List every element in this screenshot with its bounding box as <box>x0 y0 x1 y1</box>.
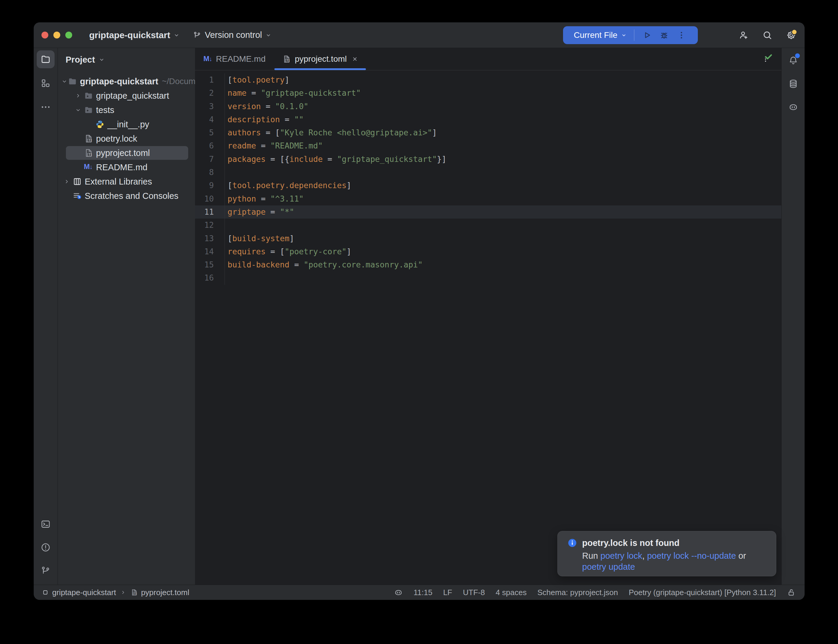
code-line-11: 11griptape = "*" <box>195 205 781 219</box>
info-icon <box>567 538 577 548</box>
copilot-status-icon[interactable] <box>394 588 403 597</box>
vcs-chevron-down-icon <box>265 32 272 38</box>
status-item-lf[interactable]: LF <box>443 588 452 597</box>
chevron-right-icon[interactable] <box>61 178 72 185</box>
run-config-chevron-down-icon[interactable] <box>621 32 627 38</box>
code-with-me-add-user-icon[interactable] <box>738 30 749 40</box>
line-number: 9 <box>195 179 225 192</box>
more-run-options-kebab-icon[interactable] <box>677 30 686 40</box>
code-line-6: 6readme = "README.md" <box>195 139 781 152</box>
tab-pyproject[interactable]: [T] pyproject.toml <box>274 48 366 70</box>
notification-title: poetry.lock is not found <box>582 538 680 548</box>
search-everywhere-icon[interactable] <box>762 30 772 40</box>
status-item-poetry-griptape-quickstart-python-3-11-2[interactable]: Poetry (griptape-quickstart) [Python 3.1… <box>629 588 776 597</box>
line-number: 4 <box>195 113 225 126</box>
tree-item-poetry-lock[interactable]: [T]poetry.lock <box>58 131 195 146</box>
tree-item-pyproject-toml[interactable]: [T]pyproject.toml <box>58 146 195 160</box>
unlocked-padlock-icon[interactable] <box>787 588 796 597</box>
folder-icon <box>68 77 77 86</box>
tree-item-tests[interactable]: tests <box>58 103 195 117</box>
toml-file-icon: [T] <box>282 54 291 64</box>
tree-item-init-py[interactable]: __init__.py <box>58 117 195 131</box>
bell-toolwindow-button[interactable] <box>784 52 802 69</box>
code-line-15: 15build-backend = "poetry.core.masonry.a… <box>195 258 781 271</box>
notification-body: Run poetry lock, poetry lock --no-update… <box>582 550 767 572</box>
breadcrumb-item-griptape-quickstart[interactable]: griptape-quickstart <box>52 588 116 597</box>
code-line-3: 3version = "0.1.0" <box>195 100 781 113</box>
settings-notification-badge <box>791 29 797 35</box>
project-panel-chevron-down-icon[interactable] <box>99 56 105 63</box>
run-configuration-button[interactable]: Current File <box>563 26 698 44</box>
copilot-toolwindow-button[interactable] <box>784 98 802 116</box>
code-line-1: 1[tool.poetry] <box>195 73 781 87</box>
project-path: ~/Docume <box>162 77 195 86</box>
zoom-window-button[interactable] <box>65 31 72 38</box>
breadcrumb: griptape-quickstart[T]pyproject.toml <box>34 588 189 597</box>
git-toolwindow-button[interactable] <box>37 562 54 580</box>
code-area[interactable]: 1[tool.poetry]2name = "griptape-quicksta… <box>195 71 781 585</box>
svg-text:[T]: [T] <box>87 153 92 156</box>
minimize-window-button[interactable] <box>53 31 60 38</box>
inspections-passed-check-icon[interactable] <box>764 52 773 61</box>
terminal-toolwindow-button[interactable] <box>37 515 54 533</box>
tree-item-readme-md[interactable]: M↓README.md <box>58 160 195 174</box>
vcs-widget[interactable]: Version control <box>193 30 272 40</box>
tree-item-label: poetry.lock <box>96 134 137 144</box>
python-icon <box>95 120 105 129</box>
settings-gear-icon[interactable] <box>786 30 796 40</box>
structure-toolwindow-button[interactable] <box>37 74 54 92</box>
line-number: 15 <box>195 258 225 271</box>
status-item-utf-8[interactable]: UTF-8 <box>463 588 485 597</box>
project-panel: Project griptape-quickstart~/Documegript… <box>58 48 195 585</box>
chevron-right-icon[interactable] <box>72 92 84 99</box>
project-panel-header[interactable]: Project <box>58 52 195 67</box>
run-play-icon[interactable] <box>642 30 652 40</box>
project-chevron-down-icon[interactable] <box>173 32 180 38</box>
db-toolwindow-button[interactable] <box>784 75 802 93</box>
run-config-label: Current File <box>574 30 617 40</box>
project-name[interactable]: griptape-quickstart <box>89 30 170 40</box>
tab-pyproject-label: pyproject.toml <box>295 54 347 64</box>
line-number: 14 <box>195 245 225 258</box>
editor-tabbar: M↓ README.md [T] pyproject.toml <box>195 48 781 71</box>
folder-tool-toolwindow-button[interactable] <box>37 50 54 68</box>
chevron-down-icon[interactable] <box>72 107 84 113</box>
tree-item-external-libraries[interactable]: External Libraries <box>58 174 195 189</box>
tree-item-label: __init__.py <box>107 120 149 130</box>
notification-link[interactable]: poetry lock --no-update <box>647 551 736 560</box>
close-tab-icon[interactable] <box>352 56 358 62</box>
notification-popup[interactable]: poetry.lock is not found Run poetry lock… <box>557 531 776 576</box>
tree-item-scratches-and-consoles[interactable]: Scratches and Consoles <box>58 189 195 203</box>
tree-item-label: griptape_quickstart <box>96 91 169 101</box>
status-item-11[interactable]: 11:15 <box>414 588 432 597</box>
toml-icon: [T] <box>84 148 93 158</box>
status-item-4-spaces[interactable]: 4 spaces <box>496 588 527 597</box>
more-toolwindow-button[interactable] <box>37 98 54 116</box>
tree-item-label: griptape-quickstart <box>80 77 158 87</box>
line-number: 16 <box>195 271 225 284</box>
debug-bug-icon[interactable] <box>659 30 669 40</box>
tree-item-griptape-quickstart[interactable]: griptape-quickstart~/Docume <box>58 74 195 89</box>
pkg-icon <box>84 105 93 115</box>
pkg-icon <box>84 91 93 100</box>
code-line-12: 12 <box>195 219 781 232</box>
line-number: 10 <box>195 192 225 205</box>
tab-readme-label: README.md <box>216 54 265 64</box>
tab-readme[interactable]: M↓ README.md <box>195 48 274 70</box>
tree-item-label: README.md <box>96 163 147 172</box>
status-item-schema[interactable]: Schema: pyproject.json <box>537 588 618 597</box>
notification-link[interactable]: poetry update <box>582 562 635 572</box>
run-button-separator <box>634 30 634 41</box>
code-line-2: 2name = "griptape-quickstart" <box>195 87 781 100</box>
chevron-down-icon[interactable] <box>61 78 68 85</box>
git-branch-icon <box>193 31 201 39</box>
close-window-button[interactable] <box>41 31 48 38</box>
tree-item-label: Scratches and Consoles <box>85 191 178 201</box>
breadcrumb-item-pyproject-toml[interactable]: pyproject.toml <box>141 588 189 597</box>
tree-item-griptape-quickstart[interactable]: griptape_quickstart <box>58 89 195 103</box>
titlebar: griptape-quickstart Version control Curr… <box>34 22 805 48</box>
notification-link[interactable]: poetry lock <box>600 551 642 560</box>
left-strip-top <box>37 50 54 122</box>
code-line-14: 14requires = ["poetry-core"] <box>195 245 781 258</box>
problems-toolwindow-button[interactable] <box>37 539 54 556</box>
